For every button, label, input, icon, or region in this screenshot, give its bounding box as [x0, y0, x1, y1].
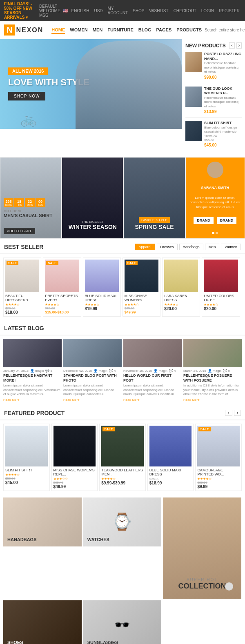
dot-1[interactable] — [212, 232, 214, 234]
blog-grid: January 04, 2016 👤 magik 💬 5 PELLENTESQU… — [0, 335, 245, 405]
np-img-3 — [185, 121, 202, 141]
cat-sunglasses-label: SUNGLASSES — [87, 640, 118, 644]
cat-shoes-label: SHOES — [7, 640, 23, 644]
nav-women[interactable]: WOMEN — [70, 27, 87, 34]
feat-name-2[interactable]: MISS CHASE WOMEN'S REPL... — [53, 468, 96, 476]
language-selector[interactable]: ENGLISH — [71, 9, 89, 13]
filter-handbags[interactable]: Handbags — [179, 244, 203, 250]
blog-date-1: January 04, 2016 — [3, 369, 29, 373]
promo-model — [0, 158, 61, 238]
feat-price-2: $49.99 — [53, 484, 96, 489]
feat-stars-1: ★★★★☆ — [5, 473, 48, 477]
blog-title-1[interactable]: PELLENTESQUE HABITANT MORBI — [3, 373, 62, 383]
read-more-4[interactable]: Read More — [183, 398, 242, 402]
logo-n: N — [4, 24, 15, 36]
cat-sunglasses-text: SUNGLASSES — [87, 640, 118, 644]
product-name-6[interactable]: UNITED COLORS OF BE... — [204, 294, 238, 302]
feat-price-old-4: $25.00 — [149, 477, 192, 481]
blog-post-4: March 24, 2015 👤 magik 💬 0 PELLENTESQUE … — [183, 339, 242, 402]
my-account-link[interactable]: MY ACCOUNT — [108, 6, 128, 15]
super-hot-text: SUPER HOT — [163, 577, 241, 582]
checkout-link[interactable]: CHECKOUT — [174, 9, 196, 13]
feat-img-1 — [5, 426, 48, 466]
feat-name-1[interactable]: SLIM FIT SHIRT — [5, 468, 48, 472]
best-seller-title: BEST SELLER — [4, 244, 43, 250]
spring-badge: SIMPLE STYLE — [139, 217, 170, 223]
cat-shoes[interactable]: SHOES — [3, 600, 82, 644]
brand-logos: BRAND BRAND — [194, 217, 236, 224]
register-link[interactable]: REGISTER — [219, 9, 240, 13]
product-name-4[interactable]: MISS CHASE WOMEN'S... — [125, 294, 158, 302]
currency-selector[interactable]: USD — [94, 9, 102, 13]
filter-men[interactable]: Men — [205, 244, 220, 250]
shop-now-button[interactable]: SHOP NOW — [8, 92, 45, 101]
np-prev-btn[interactable]: ‹ — [229, 42, 234, 49]
np-name-3[interactable]: SLIM FIT SHIRT — [204, 121, 242, 126]
logo[interactable]: N NEXON — [4, 24, 43, 36]
filter-dresses[interactable]: Dresses — [157, 244, 178, 250]
nav-men[interactable]: MEN — [93, 27, 102, 34]
flag-icon: 🇺🇸 — [63, 9, 68, 13]
nav-blog[interactable]: BLOG — [138, 27, 151, 34]
featured-prev[interactable]: ‹ — [225, 410, 232, 416]
top-bar-right: DEFAULT WELCOME MSG 🇺🇸 ENGLISH USD MY AC… — [39, 4, 241, 18]
promo-testimonial: SARANA SMITH Lorem ipsum dolor sit amet,… — [185, 157, 245, 239]
blog-author-2: 👤 magik — [94, 369, 107, 373]
nav-pages[interactable]: PAGES — [156, 27, 172, 34]
cat-shoes-text: SHOES — [7, 640, 23, 644]
featured-4: BLUE SOLID MAXI DRESS $25.00 $18.99 — [147, 424, 194, 491]
timer-secs: 09SEC — [36, 198, 45, 207]
new-products-nav: ‹ › — [229, 42, 242, 49]
product-img-2: SALE — [45, 260, 79, 292]
blog-date-2: December 02, 2015 — [63, 369, 92, 373]
featured-next[interactable]: › — [234, 410, 241, 416]
filter-women[interactable]: Women — [221, 244, 241, 250]
blog-title-3[interactable]: HELLO WORLD OUR FIRST POST — [123, 373, 182, 383]
np-name-1[interactable]: POSTELO DAZZLING HAND... — [204, 52, 242, 61]
blog-title-2[interactable]: STANDARD BLOG POST WITH PHOTO — [63, 373, 122, 383]
filter-apparel[interactable]: Apparel — [135, 244, 155, 250]
np-item-2: THE GUD LOOK WOMEN'S P... Pellentesque h… — [185, 87, 242, 118]
product-stars-1: ★★★★☆ — [5, 303, 39, 306]
product-3: BLUE SOLID MAXI DRESS ★★★★☆ $19.99 — [83, 258, 121, 317]
feat-stars-2: ★★★☆☆ — [53, 477, 96, 481]
read-more-2[interactable]: Read More — [63, 398, 122, 402]
product-name-3[interactable]: BLUE SOLID MAXI DRESS — [85, 294, 119, 302]
blog-date-4: March 24, 2015 — [183, 369, 206, 373]
read-more-1[interactable]: Read More — [3, 398, 62, 402]
blog-title-4[interactable]: PELLENTESQUE POSUERE WITH POSUERE — [183, 373, 242, 383]
shop-link[interactable]: SHOP — [133, 9, 144, 13]
cat-watches[interactable]: ⌚ WATCHES — [83, 497, 162, 546]
testimonial-avatar — [207, 162, 223, 178]
feat-price-3: $9.99-$39.99 — [101, 481, 144, 485]
login-link[interactable]: LOGIN — [201, 9, 214, 13]
product-name-1[interactable]: BEAUTIFUL DRESSBERR... — [5, 294, 39, 302]
nav-furniture[interactable]: FURNITURE — [107, 27, 134, 34]
np-name-2[interactable]: THE GUD LOOK WOMEN'S P... — [204, 87, 242, 96]
product-name-2[interactable]: PRETTY SECRETS EVERY... — [45, 294, 79, 302]
cat-sunglasses[interactable]: 🕶️ SUNGLASSES — [83, 600, 162, 644]
product-price-3: $19.99 — [85, 306, 119, 311]
product-price-old-2: $29.00 — [45, 306, 79, 310]
featured-section: FEATURED PRODUCT ‹ › SLIM FIT SHIRT ★★★★… — [0, 405, 245, 494]
read-more-3[interactable]: Read More — [123, 398, 182, 402]
product-name-5[interactable]: LARA KAREN DRESS — [164, 294, 198, 302]
product-stars-5: ★★★★☆ — [164, 303, 198, 306]
feat-name-5[interactable]: CAMOUFLAGE PRINTED WO... — [197, 468, 240, 476]
cat-collection[interactable]: SUPER HOT COLLECTION — [163, 497, 241, 599]
feat-name-3[interactable]: TEAKWOOD LEATHERS MEN... — [101, 468, 144, 476]
search-input[interactable] — [202, 26, 245, 34]
feat-price-old-1: $50.00 — [5, 477, 48, 480]
nav-home[interactable]: HOME — [51, 27, 65, 34]
dot-2[interactable] — [216, 232, 218, 234]
winter-sub-text: THE BIGGEST — [62, 220, 123, 224]
sale-tag-4: SALE — [126, 261, 138, 265]
cat-handbags[interactable]: HANADBAGS — [3, 497, 82, 546]
np-next-btn[interactable]: › — [236, 42, 242, 49]
nav-products[interactable]: PRODUCTS — [176, 27, 202, 34]
add-to-cart-button[interactable]: ADD TO CART — [4, 228, 35, 234]
feat-name-4[interactable]: BLUE SOLID MAXI DRESS — [149, 468, 192, 476]
wishlist-link[interactable]: WISHLIST — [149, 9, 168, 13]
feat-price-old-5: $89.99 — [197, 481, 240, 484]
timer-mins: 32MINS — [25, 198, 35, 207]
